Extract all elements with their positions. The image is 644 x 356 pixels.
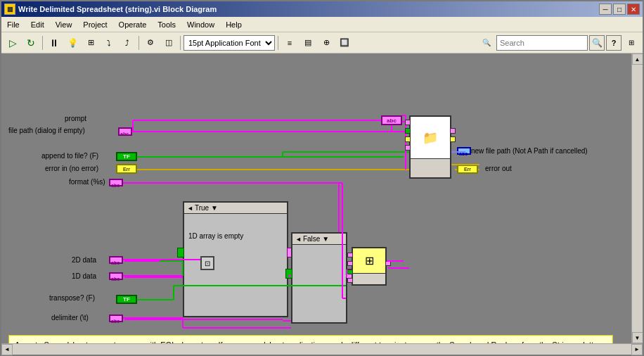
note-box: Array to Spreadsheet separates rows with… <box>8 335 613 343</box>
minimize-button[interactable]: ─ <box>599 4 612 15</box>
new-file-path-terminal: abc <box>457 147 471 155</box>
array-spreadsheet-subvi[interactable]: ⊞ <box>352 247 387 286</box>
label-append-file: append to file? (F) <box>41 152 98 160</box>
menu-view[interactable]: View <box>50 17 78 32</box>
window-icon: ▦ <box>4 4 15 15</box>
1d-data-terminal: abc <box>109 272 123 280</box>
highlight-button[interactable]: 💡 <box>64 34 81 51</box>
menu-edit[interactable]: Edit <box>25 17 50 32</box>
scroll-left-button[interactable]: ◄ <box>1 344 13 355</box>
file-dialog-subvi[interactable]: 📁 <box>409 115 451 179</box>
window-title: Write Delimited Spreadsheet (string).vi … <box>18 5 596 13</box>
custom-button[interactable]: ⊕ <box>318 34 335 51</box>
format-terminal: abc <box>109 179 123 186</box>
toolbar-sep-2 <box>139 36 139 50</box>
run-arrow-button[interactable]: ▷ <box>4 34 21 51</box>
error-in-terminal: Err <box>116 164 137 174</box>
maximize-button[interactable]: □ <box>613 4 626 15</box>
retain-button[interactable]: ◫ <box>160 34 177 51</box>
false-case-label: False ▼ <box>303 235 329 243</box>
menu-window[interactable]: Window <box>181 17 220 32</box>
help-button[interactable]: ? <box>606 35 622 51</box>
false-case-header[interactable]: ◄ False ▼ <box>292 234 346 245</box>
error-out-terminal: Err <box>457 165 478 174</box>
toolbar-sep-1 <box>42 36 43 50</box>
search-input[interactable] <box>496 35 588 51</box>
step-over-button[interactable]: ⊞ <box>82 34 99 51</box>
font-selector[interactable]: 15pt Application Font <box>183 35 275 51</box>
step-out-button[interactable]: ⤴ <box>119 34 136 51</box>
transpose-terminal: TF <box>116 295 137 304</box>
true-case-structure[interactable]: ◄ True ▼ 1D array is empty <box>183 201 288 317</box>
note-text: Array to Spreadsheet separates rows with… <box>15 341 598 343</box>
horizontal-scrollbar: ◄ ► <box>1 343 643 355</box>
label-file-path: file path (dialog if empty) <box>8 127 85 134</box>
label-delimiter: delimiter (\t) <box>51 314 89 322</box>
label-1d-data: 1D data <box>72 272 96 280</box>
search-prefix-icon: 🔍 <box>478 34 495 51</box>
extra-icon[interactable]: ⊞ <box>623 34 640 51</box>
scroll-right-button[interactable]: ► <box>631 344 643 355</box>
color-button[interactable]: ▤ <box>300 34 316 51</box>
false-case-structure[interactable]: ◄ False ▼ <box>291 232 347 324</box>
step-into-button[interactable]: ⤵ <box>101 34 117 51</box>
menu-project[interactable]: Project <box>77 17 112 32</box>
true-case-content: 1D array is empty <box>184 228 287 244</box>
main-window: ▦ Write Delimited Spreadsheet (string).v… <box>0 0 644 356</box>
vertical-scrollbar: ▲ ▼ <box>631 53 643 343</box>
label-new-file-path: new file path (Not A Path if cancelled) <box>471 147 588 155</box>
label-2d-data: 2D data <box>72 256 96 264</box>
warn-button[interactable]: ⚙ <box>142 34 159 51</box>
menu-help[interactable]: Help <box>220 17 247 32</box>
toolbar-sep-4 <box>278 36 278 50</box>
label-transpose: transpose? (F) <box>49 294 95 302</box>
title-bar: ▦ Write Delimited Spreadsheet (string).v… <box>1 1 643 17</box>
close-button[interactable]: ✕ <box>627 4 640 15</box>
menu-file[interactable]: File <box>1 17 25 32</box>
true-case-header[interactable]: ◄ True ▼ <box>184 203 287 214</box>
search-button[interactable]: 🔍 <box>589 35 605 51</box>
search-container: 🔍 🔍 ? ⊞ <box>478 34 640 51</box>
toolbar-sep-3 <box>180 36 181 50</box>
menu-bar: File Edit View Project Operate Tools Win… <box>1 17 643 32</box>
scroll-track-vertical[interactable] <box>632 65 643 332</box>
text-align-button[interactable]: ≡ <box>281 34 298 51</box>
2d-data-terminal: abc <box>109 256 123 264</box>
label-error-in: error in (no error) <box>45 165 98 172</box>
scroll-down-button[interactable]: ▼ <box>632 332 643 343</box>
pause-button[interactable]: ⏸ <box>46 34 63 51</box>
pattern-button[interactable]: 🔲 <box>336 34 353 51</box>
label-prompt: prompt <box>65 115 86 122</box>
file-path-terminal: abc <box>118 127 132 136</box>
scroll-up-button[interactable]: ▲ <box>632 53 643 65</box>
run-continuously-button[interactable]: ↻ <box>22 34 39 51</box>
label-format: format (%s) <box>69 178 105 186</box>
array-icon: ⊡ <box>200 256 214 270</box>
prompt-terminal: abc <box>381 115 402 125</box>
window-controls: ─ □ ✕ <box>599 4 640 15</box>
diagram-area: file path (dialog if empty) append to fi… <box>1 53 643 343</box>
append-terminal: TF <box>116 152 137 161</box>
toolbar: ▷ ↻ ⏸ 💡 ⊞ ⤵ ⤴ ⚙ ◫ 15pt Application Font … <box>1 32 643 53</box>
diagram-canvas[interactable]: file path (dialog if empty) append to fi… <box>1 53 631 343</box>
delimiter-terminal: abc <box>109 314 123 322</box>
label-error-out: error out <box>485 165 512 172</box>
menu-tools[interactable]: Tools <box>152 17 181 32</box>
true-case-label: True ▼ <box>195 204 218 212</box>
array-empty-label: 1D array is empty <box>188 232 283 240</box>
menu-operate[interactable]: Operate <box>113 17 153 32</box>
